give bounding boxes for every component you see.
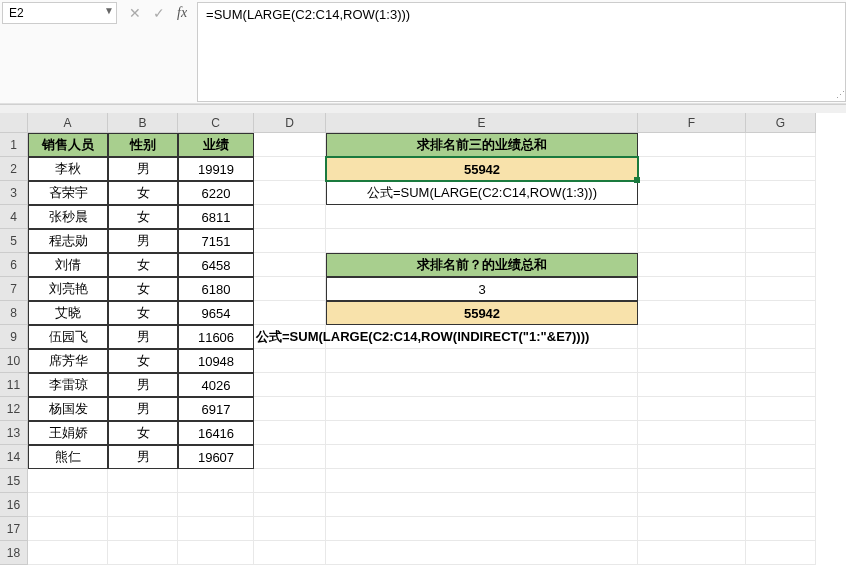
cell-B2[interactable]: 男 xyxy=(108,157,178,181)
cell-F3[interactable] xyxy=(638,181,746,205)
row-header-2[interactable]: 2 xyxy=(0,157,28,181)
cell-D5[interactable] xyxy=(254,229,326,253)
cell-C9[interactable]: 11606 xyxy=(178,325,254,349)
cell-F12[interactable] xyxy=(638,397,746,421)
cell-F1[interactable] xyxy=(638,133,746,157)
cell-B8[interactable]: 女 xyxy=(108,301,178,325)
cell-E8[interactable]: 55942 xyxy=(326,301,638,325)
cell-C17[interactable] xyxy=(178,517,254,541)
cell-F2[interactable] xyxy=(638,157,746,181)
row-header-12[interactable]: 12 xyxy=(0,397,28,421)
cell-C15[interactable] xyxy=(178,469,254,493)
cell-B9[interactable]: 男 xyxy=(108,325,178,349)
cell-C18[interactable] xyxy=(178,541,254,565)
fx-icon[interactable]: fx xyxy=(177,5,187,21)
cell-D12[interactable] xyxy=(254,397,326,421)
row-header-16[interactable]: 16 xyxy=(0,493,28,517)
col-header-B[interactable]: B xyxy=(108,113,178,133)
cell-G17[interactable] xyxy=(746,517,816,541)
cell-F18[interactable] xyxy=(638,541,746,565)
cell-A10[interactable]: 席芳华 xyxy=(28,349,108,373)
cell-E18[interactable] xyxy=(326,541,638,565)
row-header-7[interactable]: 7 xyxy=(0,277,28,301)
cell-E5[interactable] xyxy=(326,229,638,253)
cell-D18[interactable] xyxy=(254,541,326,565)
cell-G3[interactable] xyxy=(746,181,816,205)
cell-G15[interactable] xyxy=(746,469,816,493)
cell-E7[interactable]: 3 xyxy=(326,277,638,301)
row-header-5[interactable]: 5 xyxy=(0,229,28,253)
cell-A7[interactable]: 刘亮艳 xyxy=(28,277,108,301)
row-header-6[interactable]: 6 xyxy=(0,253,28,277)
cell-B7[interactable]: 女 xyxy=(108,277,178,301)
cell-B3[interactable]: 女 xyxy=(108,181,178,205)
cell-B18[interactable] xyxy=(108,541,178,565)
cell-B14[interactable]: 男 xyxy=(108,445,178,469)
cell-F11[interactable] xyxy=(638,373,746,397)
cell-A15[interactable] xyxy=(28,469,108,493)
cell-D6[interactable] xyxy=(254,253,326,277)
cell-A9[interactable]: 伍园飞 xyxy=(28,325,108,349)
row-header-3[interactable]: 3 xyxy=(0,181,28,205)
cell-E17[interactable] xyxy=(326,517,638,541)
cell-D15[interactable] xyxy=(254,469,326,493)
cell-D3[interactable] xyxy=(254,181,326,205)
cell-G7[interactable] xyxy=(746,277,816,301)
cell-F9[interactable] xyxy=(638,325,746,349)
row-header-9[interactable]: 9 xyxy=(0,325,28,349)
cell-E12[interactable] xyxy=(326,397,638,421)
col-header-D[interactable]: D xyxy=(254,113,326,133)
row-header-13[interactable]: 13 xyxy=(0,421,28,445)
cell-E10[interactable] xyxy=(326,349,638,373)
cell-B6[interactable]: 女 xyxy=(108,253,178,277)
cell-G16[interactable] xyxy=(746,493,816,517)
cell-C8[interactable]: 9654 xyxy=(178,301,254,325)
col-header-G[interactable]: G xyxy=(746,113,816,133)
row-header-14[interactable]: 14 xyxy=(0,445,28,469)
col-header-E[interactable]: E xyxy=(326,113,638,133)
cell-C16[interactable] xyxy=(178,493,254,517)
row-header-10[interactable]: 10 xyxy=(0,349,28,373)
cell-A2[interactable]: 李秋 xyxy=(28,157,108,181)
row-header-11[interactable]: 11 xyxy=(0,373,28,397)
cell-A17[interactable] xyxy=(28,517,108,541)
cell-A12[interactable]: 杨国发 xyxy=(28,397,108,421)
cell-E15[interactable] xyxy=(326,469,638,493)
formula-input[interactable]: =SUM(LARGE(C2:C14,ROW(1:3))) ⋰ xyxy=(197,2,846,102)
col-header-F[interactable]: F xyxy=(638,113,746,133)
cell-D10[interactable] xyxy=(254,349,326,373)
cell-C14[interactable]: 19607 xyxy=(178,445,254,469)
cell-E13[interactable] xyxy=(326,421,638,445)
cell-F4[interactable] xyxy=(638,205,746,229)
cell-G5[interactable] xyxy=(746,229,816,253)
cell-F17[interactable] xyxy=(638,517,746,541)
cell-C4[interactable]: 6811 xyxy=(178,205,254,229)
name-box-dropdown-icon[interactable]: ▼ xyxy=(104,5,114,16)
cell-D1[interactable] xyxy=(254,133,326,157)
cell-G8[interactable] xyxy=(746,301,816,325)
cell-F16[interactable] xyxy=(638,493,746,517)
cell-A1[interactable]: 销售人员 xyxy=(28,133,108,157)
cell-E3[interactable]: 公式=SUM(LARGE(C2:C14,ROW(1:3))) xyxy=(326,181,638,205)
cancel-icon[interactable]: ✕ xyxy=(129,5,141,21)
cell-D4[interactable] xyxy=(254,205,326,229)
cell-A14[interactable]: 熊仁 xyxy=(28,445,108,469)
cell-A5[interactable]: 程志勋 xyxy=(28,229,108,253)
cell-E6[interactable]: 求排名前？的业绩总和 xyxy=(326,253,638,277)
cell-D13[interactable] xyxy=(254,421,326,445)
cell-C3[interactable]: 6220 xyxy=(178,181,254,205)
cell-C2[interactable]: 19919 xyxy=(178,157,254,181)
select-all-corner[interactable] xyxy=(0,113,28,133)
cell-G1[interactable] xyxy=(746,133,816,157)
cell-C11[interactable]: 4026 xyxy=(178,373,254,397)
cell-E4[interactable] xyxy=(326,205,638,229)
row-header-15[interactable]: 15 xyxy=(0,469,28,493)
cell-B11[interactable]: 男 xyxy=(108,373,178,397)
cell-C13[interactable]: 16416 xyxy=(178,421,254,445)
cell-C7[interactable]: 6180 xyxy=(178,277,254,301)
row-header-8[interactable]: 8 xyxy=(0,301,28,325)
cell-D8[interactable] xyxy=(254,301,326,325)
cell-F13[interactable] xyxy=(638,421,746,445)
cell-D11[interactable] xyxy=(254,373,326,397)
cell-A18[interactable] xyxy=(28,541,108,565)
